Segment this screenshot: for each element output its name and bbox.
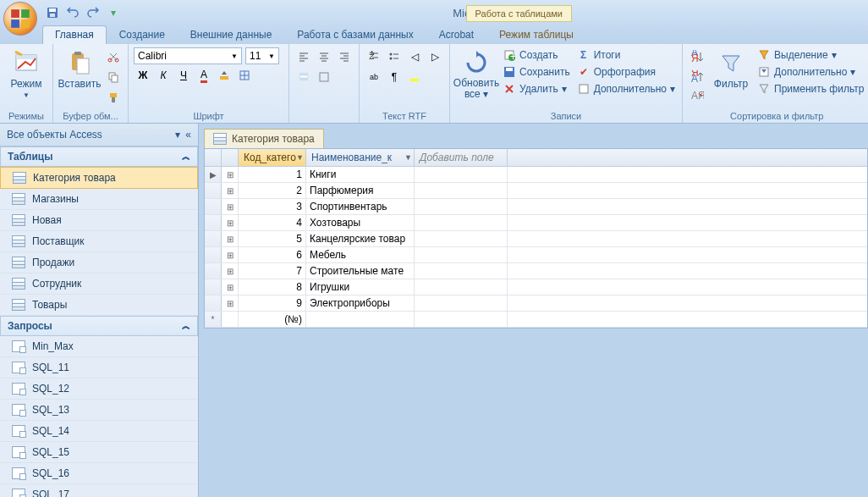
sort-asc-icon[interactable]: АЯ — [688, 47, 706, 66]
cell-id[interactable]: 5 — [239, 231, 306, 246]
table-row[interactable]: ⊞5Канцелярские товар — [205, 231, 867, 247]
rtl-icon[interactable]: ¶ — [385, 68, 404, 86]
align-center-icon[interactable] — [315, 47, 333, 66]
underline-button[interactable]: Ч — [174, 66, 193, 85]
cell-name[interactable]: Игрушки — [306, 279, 415, 295]
expand-icon[interactable]: ⊞ — [222, 247, 239, 262]
cell-id[interactable]: 2 — [239, 183, 306, 198]
nav-pane-header[interactable]: Все объекты Access ▾ « — [0, 124, 198, 146]
toggle-filter-button[interactable]: Применить фильтр — [755, 81, 865, 97]
cell-id[interactable]: 1 — [239, 167, 306, 182]
row-selector[interactable] — [205, 199, 222, 214]
nav-item[interactable]: SQL_13 — [0, 400, 198, 421]
tab-0[interactable]: Главная — [42, 25, 107, 44]
view-button[interactable]: Режим ▼ — [5, 47, 47, 101]
advanced-filter-button[interactable]: Дополнительно ▾ — [755, 64, 865, 80]
font-color-button[interactable]: A — [195, 66, 213, 85]
undo-icon[interactable] — [66, 6, 80, 19]
expand-icon[interactable]: ⊞ — [222, 295, 239, 311]
expand-icon[interactable]: ⊞ — [222, 215, 239, 230]
nav-item[interactable]: SQL_15 — [0, 442, 198, 463]
nav-section-1[interactable]: Запросы︽ — [0, 316, 198, 336]
row-selector[interactable] — [205, 295, 222, 311]
bold-button[interactable]: Ж — [134, 66, 152, 85]
fill-color-button[interactable] — [215, 66, 233, 85]
cell-name[interactable]: Мебель — [306, 247, 415, 262]
cell-id[interactable]: 7 — [239, 263, 306, 279]
cut-icon[interactable] — [104, 47, 123, 66]
align-left-icon[interactable] — [294, 47, 313, 66]
nav-item[interactable]: SQL_16 — [0, 463, 198, 484]
nav-item[interactable]: Новая — [0, 210, 198, 231]
expand-icon[interactable]: ⊞ — [222, 167, 239, 182]
redo-icon[interactable] — [86, 6, 100, 19]
indent-inc-icon[interactable]: ▷ — [426, 47, 444, 66]
font-family-combo[interactable]: Calibri▼ — [134, 47, 242, 64]
office-button[interactable] — [3, 2, 37, 36]
numbered-list-icon[interactable]: 12 — [365, 47, 383, 66]
table-row[interactable]: ⊞3Спортинвентарь — [205, 199, 867, 215]
cell-name[interactable]: Электроприборы — [306, 295, 415, 311]
row-selector[interactable]: ▶ — [205, 167, 222, 182]
selection-filter-button[interactable]: Выделение ▾ — [755, 47, 865, 63]
refresh-all-button[interactable]: Обновитьвсе ▾ — [455, 47, 497, 102]
save-icon[interactable] — [46, 6, 59, 19]
cell-name[interactable]: Строительные мате — [306, 263, 415, 279]
tab-3[interactable]: Работа с базами данных — [284, 25, 426, 44]
align-right-icon[interactable] — [335, 47, 354, 66]
bullet-list-icon[interactable] — [385, 47, 404, 66]
nav-item[interactable]: Магазины — [0, 189, 198, 210]
qat-more-icon[interactable]: ▾ — [107, 6, 120, 19]
indent-dec-icon[interactable]: ◁ — [405, 47, 424, 66]
new-row[interactable]: *(№) — [205, 312, 867, 328]
add-field-column[interactable]: Добавить поле — [415, 149, 508, 166]
row-selector[interactable] — [205, 263, 222, 279]
expand-icon[interactable]: ⊞ — [222, 199, 239, 214]
row-selector[interactable] — [205, 215, 222, 230]
cell-name[interactable]: Канцелярские товар — [306, 231, 415, 246]
expand-icon[interactable]: ⊞ — [222, 279, 239, 295]
tab-4[interactable]: Acrobat — [426, 25, 486, 44]
table-row[interactable]: ▶⊞1Книги — [205, 167, 867, 183]
filter-button[interactable]: Фильтр — [710, 47, 752, 91]
highlight-icon[interactable] — [405, 68, 424, 86]
cell-id[interactable]: 6 — [239, 247, 306, 262]
tab-2[interactable]: Внешние данные — [178, 25, 285, 44]
select-all-cell[interactable] — [205, 149, 222, 166]
tab-5[interactable]: Режим таблицы — [486, 25, 586, 44]
row-selector[interactable] — [205, 183, 222, 198]
cell-id[interactable]: 8 — [239, 279, 306, 295]
cell-id[interactable]: 4 — [239, 215, 306, 230]
format-painter-icon[interactable] — [104, 88, 123, 107]
expand-icon[interactable]: ⊞ — [222, 263, 239, 279]
cell-name[interactable]: Хозтовары — [306, 215, 415, 230]
nav-item[interactable]: SQL_11 — [0, 357, 198, 378]
save-record-button[interactable]: Сохранить — [501, 64, 572, 80]
expand-icon[interactable]: ⊞ — [222, 231, 239, 246]
nav-section-0[interactable]: Таблицы︽ — [0, 146, 198, 167]
cell-name[interactable]: Спортинвентарь — [306, 199, 415, 214]
column-header-id[interactable]: Код_катего▼ — [239, 149, 306, 166]
new-record-button[interactable]: +Создать — [501, 47, 572, 63]
table-row[interactable]: ⊞8Игрушки — [205, 279, 867, 295]
font-size-combo[interactable]: 11▼ — [245, 47, 279, 64]
row-selector[interactable] — [205, 231, 222, 246]
cell-id[interactable]: 9 — [239, 295, 306, 311]
document-tab[interactable]: Категория товара — [204, 129, 324, 148]
gridlines2-icon[interactable] — [315, 68, 333, 86]
table-row[interactable]: ⊞2Парфюмерия — [205, 183, 867, 199]
italic-button[interactable]: К — [154, 66, 173, 85]
tab-1[interactable]: Создание — [107, 25, 178, 44]
nav-item[interactable]: Поставщик — [0, 231, 198, 252]
ltr-icon[interactable]: ab — [365, 68, 383, 86]
spelling-button[interactable]: ✔Орфография — [575, 64, 677, 80]
expand-icon[interactable]: ⊞ — [222, 183, 239, 198]
nav-item[interactable]: SQL_14 — [0, 421, 198, 442]
nav-item[interactable]: Продажи — [0, 252, 198, 273]
alt-row-color-icon[interactable] — [294, 68, 313, 86]
nav-item[interactable]: Min_Max — [0, 336, 198, 357]
table-row[interactable]: ⊞6Мебель — [205, 247, 867, 263]
table-row[interactable]: ⊞4Хозтовары — [205, 215, 867, 231]
row-selector[interactable] — [205, 279, 222, 295]
cell-name[interactable]: Парфюмерия — [306, 183, 415, 198]
